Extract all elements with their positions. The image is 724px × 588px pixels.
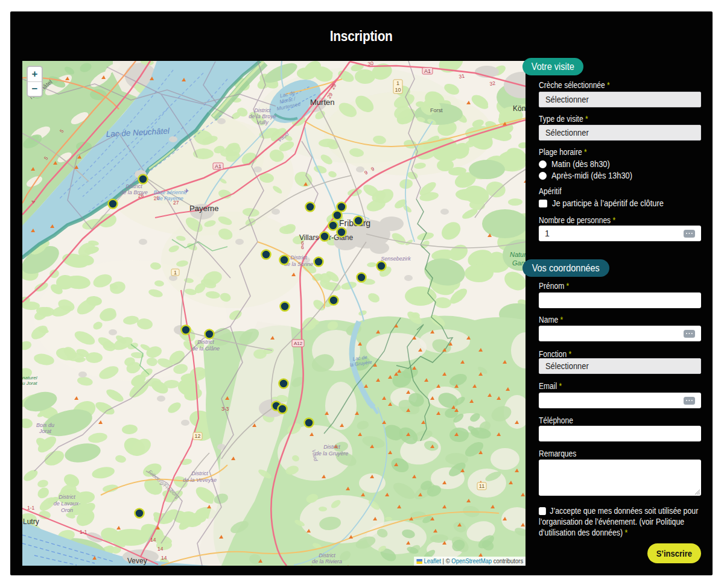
svg-text:de la Broye: de la Broye bbox=[249, 113, 276, 119]
svg-text:32: 32 bbox=[489, 80, 496, 87]
svg-text:naturel: naturel bbox=[22, 375, 37, 381]
svg-text:Forst: Forst bbox=[430, 107, 443, 113]
svg-text:Vevey: Vevey bbox=[127, 557, 147, 565]
svg-text:31: 31 bbox=[459, 72, 465, 80]
svg-text:District: District bbox=[125, 183, 142, 189]
svg-text:1-1: 1-1 bbox=[80, 529, 87, 535]
svg-text:de la Glâne: de la Glâne bbox=[192, 346, 220, 352]
svg-text:14: 14 bbox=[150, 537, 156, 543]
svg-text:de Lavaux-: de Lavaux- bbox=[54, 501, 81, 507]
svg-text:1: 1 bbox=[396, 80, 399, 86]
svg-text:Sensebezirk: Sensebezirk bbox=[381, 256, 411, 262]
svg-text:14: 14 bbox=[161, 555, 167, 561]
svg-text:District: District bbox=[59, 494, 75, 500]
svg-text:A1: A1 bbox=[215, 163, 221, 169]
svg-text:District: District bbox=[191, 470, 208, 476]
svg-text:Payerne: Payerne bbox=[189, 204, 218, 213]
svg-text:District: District bbox=[290, 254, 307, 261]
svg-text:11: 11 bbox=[479, 483, 484, 489]
svg-text:Jorat: Jorat bbox=[39, 428, 52, 434]
svg-text:6: 6 bbox=[301, 244, 304, 250]
svg-text:1-1: 1-1 bbox=[27, 505, 35, 511]
svg-text:de la Broye: de la Broye bbox=[120, 189, 148, 195]
svg-text:de Payerne: de Payerne bbox=[157, 195, 183, 201]
svg-text:30: 30 bbox=[367, 61, 374, 67]
svg-text:12: 12 bbox=[194, 433, 200, 439]
svg-text:de la Veveyse: de la Veveyse bbox=[183, 477, 217, 483]
svg-text:Köni: Köni bbox=[513, 104, 526, 113]
svg-text:Murten: Murten bbox=[310, 98, 334, 107]
svg-text:Lutry: Lutry bbox=[23, 517, 39, 526]
svg-text:District: District bbox=[197, 339, 214, 345]
svg-text:Oron: Oron bbox=[61, 507, 73, 513]
svg-text:10: 10 bbox=[395, 87, 401, 93]
svg-text:A1: A1 bbox=[424, 68, 431, 74]
svg-text:A12: A12 bbox=[294, 341, 303, 346]
svg-text:Vully: Vully bbox=[256, 119, 268, 125]
svg-text:de la Gruyère: de la Gruyère bbox=[316, 450, 349, 457]
svg-text:District: District bbox=[323, 444, 340, 450]
svg-text:Base aérienne: Base aérienne bbox=[154, 189, 187, 195]
svg-text:1: 1 bbox=[174, 270, 177, 276]
svg-text:de la Riviera: de la Riviera bbox=[312, 558, 342, 564]
svg-text:✈: ✈ bbox=[184, 188, 189, 194]
svg-text:3-3: 3-3 bbox=[221, 406, 229, 412]
svg-text:14: 14 bbox=[157, 546, 164, 552]
svg-text:District: District bbox=[319, 552, 335, 558]
svg-text:District: District bbox=[254, 107, 271, 113]
svg-text:Bois du: Bois du bbox=[36, 422, 54, 428]
svg-text:Natur: Natur bbox=[510, 251, 526, 258]
svg-text:u Jorat: u Jorat bbox=[22, 381, 37, 386]
